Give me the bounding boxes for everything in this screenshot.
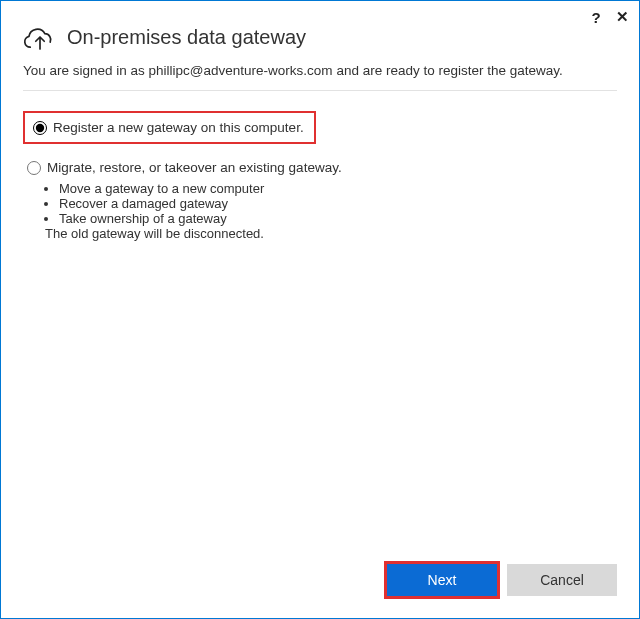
signin-email: phillipc@adventure-works.com — [149, 63, 333, 78]
option-register-highlight: Register a new gateway on this computer. — [23, 111, 316, 144]
next-button-highlight: Next — [387, 564, 497, 596]
option-register-label: Register a new gateway on this computer. — [53, 120, 304, 135]
header: On-premises data gateway — [1, 1, 639, 51]
signin-suffix: and are ready to register the gateway. — [333, 63, 563, 78]
next-button[interactable]: Next — [387, 564, 497, 596]
option-migrate-block: Migrate, restore, or takeover an existin… — [23, 156, 617, 241]
list-item: Take ownership of a gateway — [59, 211, 617, 226]
cancel-button[interactable]: Cancel — [507, 564, 617, 596]
footer: Next Cancel — [1, 564, 639, 618]
option-migrate-bullets: Move a gateway to a new computer Recover… — [59, 181, 617, 226]
content: Register a new gateway on this computer.… — [1, 91, 639, 564]
option-register[interactable]: Register a new gateway on this computer. — [29, 116, 308, 139]
option-migrate-label: Migrate, restore, or takeover an existin… — [47, 160, 342, 175]
option-migrate[interactable]: Migrate, restore, or takeover an existin… — [23, 156, 617, 179]
dialog-title: On-premises data gateway — [67, 26, 306, 49]
option-migrate-note: The old gateway will be disconnected. — [45, 226, 617, 241]
list-item: Move a gateway to a new computer — [59, 181, 617, 196]
signin-prefix: You are signed in as — [23, 63, 149, 78]
signin-status: You are signed in as phillipc@adventure-… — [1, 51, 639, 86]
cancel-button-wrap: Cancel — [507, 564, 617, 596]
help-button[interactable]: ? — [588, 9, 604, 25]
gateway-dialog: ? ✕ On-premises data gateway You are sig… — [0, 0, 640, 619]
close-button[interactable]: ✕ — [614, 9, 630, 25]
titlebar-controls: ? ✕ — [588, 9, 630, 25]
cloud-upload-icon — [23, 23, 57, 51]
list-item: Recover a damaged gateway — [59, 196, 617, 211]
option-migrate-radio[interactable] — [27, 161, 41, 175]
option-register-radio[interactable] — [33, 121, 47, 135]
